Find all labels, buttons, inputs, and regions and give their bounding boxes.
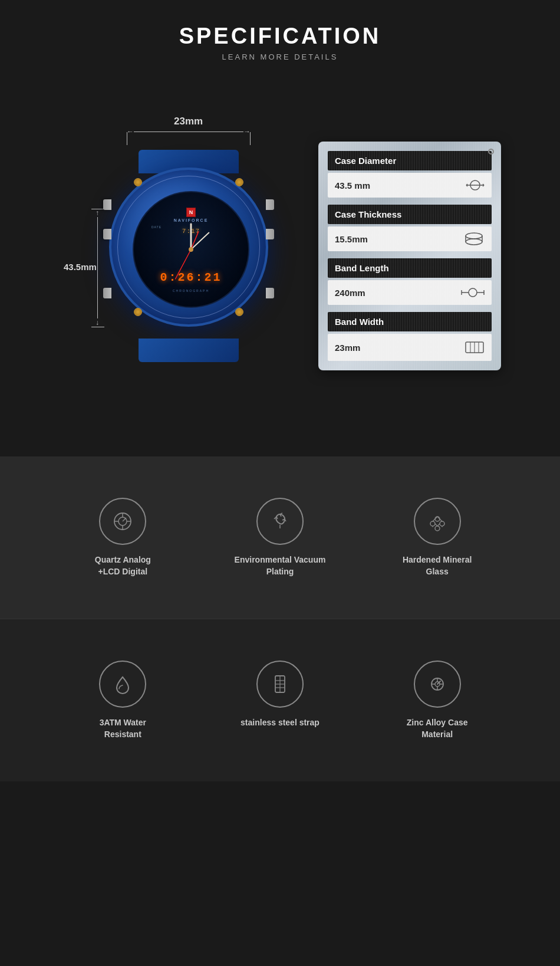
feature-vacuum: Environmental VacuumPlating xyxy=(202,486,359,589)
band-width-icon xyxy=(465,340,485,355)
svg-point-12 xyxy=(466,239,482,245)
svg-point-11 xyxy=(466,233,482,239)
watch-hands xyxy=(134,192,248,307)
watch-diagram: ← → 23mm ↑ ↓ 43.5mm xyxy=(59,91,307,421)
mineral-icon xyxy=(414,498,461,545)
svg-point-4 xyxy=(189,247,193,252)
screw-br xyxy=(235,308,243,316)
svg-point-15 xyxy=(469,288,477,297)
spec-label-band-length: Band Length xyxy=(328,258,492,278)
feature-water: 3ATM WaterResistant xyxy=(44,649,202,752)
screw-bl xyxy=(134,308,142,316)
feature-zinc: Zinc Alloy CaseMaterial xyxy=(358,649,516,752)
panel-dot xyxy=(488,149,494,155)
spec-value-band-length: 240mm xyxy=(328,280,492,305)
svg-line-30 xyxy=(123,518,126,521)
features-grid-1: Quartz Analog+LCD Digital Environmental … xyxy=(44,486,516,589)
crown-left-bot xyxy=(103,288,111,298)
vacuum-icon xyxy=(256,498,304,545)
page-title: SPECIFICATION xyxy=(0,24,560,49)
spec-value-case-thickness: 15.5mm xyxy=(328,226,492,251)
crown-left-mid xyxy=(103,229,111,239)
feature-glass: Hardened MineralGlass xyxy=(358,486,516,589)
crown-right-mid xyxy=(266,229,274,239)
svg-point-32 xyxy=(435,517,440,521)
quartz-icon xyxy=(99,498,146,545)
feature-strap: stainless steel strap xyxy=(202,649,359,752)
water-icon xyxy=(99,661,146,708)
diameter-icon xyxy=(466,179,485,192)
watch-body: N NAVIFORCE 7:17 DATE 0:26:21 CHRONOGRAP… xyxy=(106,150,271,362)
svg-line-1 xyxy=(191,233,209,249)
thickness-icon xyxy=(463,232,485,245)
spec-value-band-width: 23mm xyxy=(328,334,492,361)
strap-bottom xyxy=(139,339,239,362)
crown-right-bot xyxy=(266,288,274,298)
svg-line-39 xyxy=(437,524,440,526)
glass-label: Hardened MineralGlass xyxy=(403,554,472,577)
water-label: 3ATM WaterResistant xyxy=(100,717,146,740)
width-dimension: 23mm xyxy=(174,116,203,127)
watch-face: N NAVIFORCE 7:17 DATE 0:26:21 CHRONOGRAP… xyxy=(133,191,249,308)
zinc-label: Zinc Alloy CaseMaterial xyxy=(407,717,468,740)
strap-label: stainless steel strap xyxy=(241,717,319,729)
spec-header: SPECIFICATION LEARN MORE DETAILS xyxy=(0,0,560,73)
page-subtitle: LEARN MORE DETAILS xyxy=(0,52,560,61)
screw-tr xyxy=(235,178,243,186)
crown-left-top xyxy=(103,199,111,210)
spec-label-case-diameter: Case Diameter xyxy=(328,151,492,170)
spec-label-band-width: Band Width xyxy=(328,312,492,331)
features-section-2: 3ATM WaterResistant stainless steel stra… xyxy=(0,619,560,781)
svg-point-35 xyxy=(435,526,440,531)
watch-case-outer: N NAVIFORCE 7:17 DATE 0:26:21 CHRONOGRAP… xyxy=(109,167,268,327)
vacuum-label: Environmental VacuumPlating xyxy=(235,554,326,577)
spec-panel: Case Diameter 43.5 mm Case Thickness 15.… xyxy=(318,142,501,370)
band-length-icon xyxy=(461,286,485,299)
svg-line-3 xyxy=(191,232,199,249)
features-section-1: Quartz Analog+LCD Digital Environmental … xyxy=(0,456,560,619)
svg-line-37 xyxy=(437,517,442,521)
crown-right-top xyxy=(266,199,274,210)
features-grid-2: 3ATM WaterResistant stainless steel stra… xyxy=(44,649,516,752)
feature-quartz: Quartz Analog+LCD Digital xyxy=(44,486,202,589)
spec-label-case-thickness: Case Thickness xyxy=(328,205,492,224)
quartz-label: Quartz Analog+LCD Digital xyxy=(95,554,151,577)
svg-point-33 xyxy=(430,521,435,526)
screw-tl xyxy=(134,178,142,186)
zinc-icon xyxy=(414,661,461,708)
spec-value-case-diameter: 43.5 mm xyxy=(328,173,492,198)
svg-line-38 xyxy=(435,524,437,526)
height-dimension: 43.5mm xyxy=(64,262,97,272)
strap-icon xyxy=(256,661,304,708)
svg-line-36 xyxy=(433,517,437,521)
svg-point-34 xyxy=(440,521,444,526)
svg-line-2 xyxy=(176,249,191,279)
watch-section: ← → 23mm ↑ ↓ 43.5mm xyxy=(0,73,560,456)
